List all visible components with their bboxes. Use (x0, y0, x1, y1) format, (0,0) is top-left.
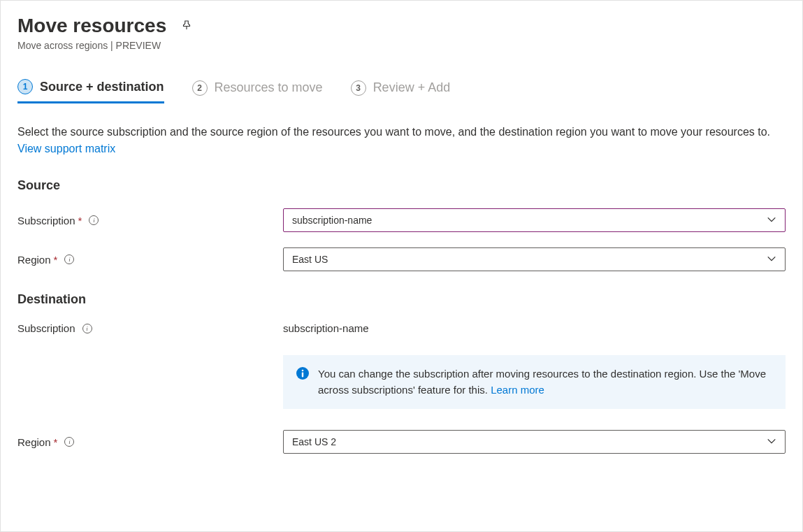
source-subscription-dropdown[interactable]: subscription-name (283, 208, 786, 232)
destination-heading: Destination (17, 292, 786, 307)
required-indicator: * (78, 215, 82, 227)
info-icon[interactable]: i (82, 324, 92, 333)
tab-label: Review + Add (373, 80, 451, 95)
source-subscription-label-area: Subscription * i (17, 215, 283, 227)
source-subscription-row: Subscription * i subscription-name (17, 208, 786, 232)
dropdown-value: East US 2 (292, 436, 336, 447)
svg-rect-2 (302, 373, 303, 378)
learn-more-link[interactable]: Learn more (491, 384, 544, 396)
info-icon[interactable]: i (89, 215, 99, 225)
tab-label: Source + destination (40, 80, 164, 94)
info-box-text: You can change the subscription after mo… (318, 366, 773, 398)
destination-subscription-label-area: Subscription i (17, 322, 283, 334)
description-text: Select the source subscription and the s… (17, 126, 770, 138)
info-icon (296, 366, 310, 382)
page-container: Move resources Move across regions | PRE… (0, 0, 803, 532)
svg-point-1 (302, 370, 304, 372)
tab-number: 1 (17, 79, 33, 94)
info-icon[interactable]: i (64, 437, 74, 447)
destination-region-row: Region * i East US 2 (17, 430, 786, 454)
page-title: Move resources (17, 15, 166, 37)
form-control-area: subscription-name (283, 208, 786, 232)
form-control-area: East US 2 (283, 430, 786, 454)
dropdown-value: subscription-name (292, 215, 372, 226)
required-indicator: * (54, 436, 58, 448)
source-region-row: Region * i East US (17, 247, 786, 271)
tab-review-add[interactable]: 3 Review + Add (351, 79, 451, 103)
destination-region-dropdown[interactable]: East US 2 (283, 430, 786, 454)
source-heading: Source (17, 178, 786, 193)
tab-label: Resources to move (215, 80, 323, 95)
page-description: Select the source subscription and the s… (17, 124, 786, 157)
subscription-info-box: You can change the subscription after mo… (283, 355, 786, 409)
info-icon[interactable]: i (64, 254, 74, 264)
destination-region-label: Region (17, 436, 51, 448)
destination-subscription-row: Subscription i subscription-name (17, 322, 786, 334)
destination-region-label-area: Region * i (17, 436, 283, 448)
source-region-dropdown[interactable]: East US (283, 247, 786, 271)
destination-subscription-value: subscription-name (283, 322, 369, 334)
pin-icon[interactable] (180, 19, 193, 34)
tab-number: 2 (192, 80, 208, 96)
chevron-down-icon (767, 254, 776, 266)
form-control-area: subscription-name (283, 322, 786, 334)
form-control-area: East US (283, 247, 786, 271)
chevron-down-icon (767, 436, 776, 448)
tab-number: 3 (351, 80, 366, 96)
source-region-label: Region (17, 254, 51, 266)
destination-subscription-label: Subscription (17, 322, 75, 334)
source-region-label-area: Region * i (17, 254, 283, 266)
tab-source-destination[interactable]: 1 Source + destination (17, 79, 164, 103)
view-support-matrix-link[interactable]: View support matrix (17, 143, 115, 154)
tab-resources-to-move[interactable]: 2 Resources to move (192, 79, 323, 103)
header-row: Move resources (17, 15, 786, 37)
page-subtitle: Move across regions | PREVIEW (17, 40, 786, 51)
required-indicator: * (54, 254, 58, 266)
wizard-tabs: 1 Source + destination 2 Resources to mo… (17, 79, 786, 104)
dropdown-value: East US (292, 254, 328, 265)
source-subscription-label: Subscription (17, 215, 75, 227)
chevron-down-icon (767, 215, 776, 227)
